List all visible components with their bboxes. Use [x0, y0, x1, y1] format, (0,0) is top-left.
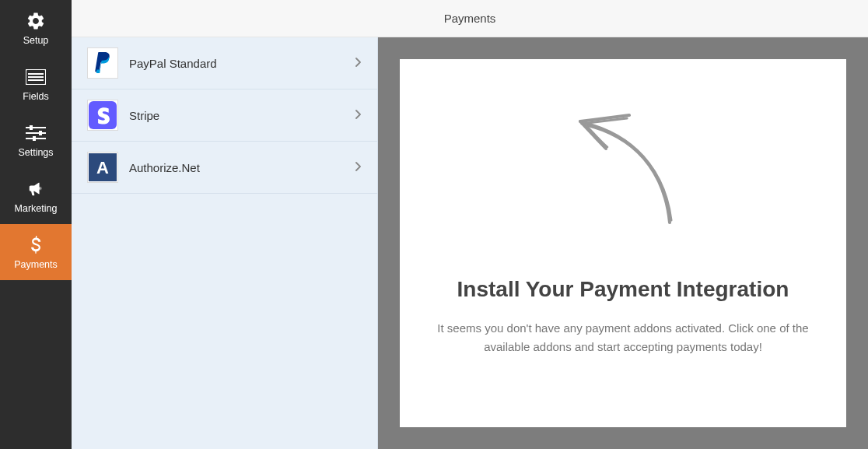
svg-rect-4	[26, 127, 46, 128]
empty-state-title: Install Your Payment Integration	[457, 277, 789, 302]
sidebar-item-label: Payments	[14, 259, 58, 270]
provider-item-authorize[interactable]: A Authorize.Net	[72, 142, 377, 194]
provider-name: PayPal Standard	[129, 57, 355, 70]
gear-icon	[26, 10, 46, 32]
page-header: Payments	[72, 0, 868, 37]
sidebar-item-setup[interactable]: Setup	[0, 0, 72, 56]
chevron-right-icon	[355, 108, 362, 122]
content: PayPal Standard Stripe A Authorize.Net	[72, 37, 868, 449]
sidebar-item-payments[interactable]: Payments	[0, 224, 72, 280]
provider-item-paypal[interactable]: PayPal Standard	[72, 37, 377, 89]
empty-state-card: Install Your Payment Integration It seem…	[400, 59, 846, 427]
sidebar-item-label: Marketing	[15, 203, 58, 214]
svg-rect-8	[39, 131, 42, 135]
paypal-logo	[87, 47, 118, 79]
list-icon	[26, 66, 46, 88]
svg-rect-9	[33, 136, 36, 141]
main: Payments PayPal Standard Stripe	[72, 0, 868, 449]
provider-item-stripe[interactable]: Stripe	[72, 89, 377, 142]
arrow-illustration-icon	[561, 98, 685, 230]
sliders-icon	[26, 122, 46, 144]
chevron-right-icon	[355, 160, 362, 174]
chevron-right-icon	[355, 56, 362, 70]
svg-text:A: A	[96, 158, 109, 177]
preview-panel: Install Your Payment Integration It seem…	[378, 37, 868, 449]
sidebar-item-settings[interactable]: Settings	[0, 112, 72, 168]
sidebar-item-marketing[interactable]: Marketing	[0, 168, 72, 224]
stripe-logo	[87, 100, 118, 131]
dollar-icon	[29, 234, 43, 256]
page-title: Payments	[444, 12, 496, 25]
bullhorn-icon	[26, 178, 46, 200]
sidebar-item-label: Fields	[23, 91, 48, 102]
sidebar-item-label: Setup	[23, 35, 49, 46]
authorize-logo: A	[87, 152, 118, 183]
provider-name: Authorize.Net	[129, 161, 355, 174]
sidebar: Setup Fields Settings Marketing Payments	[0, 0, 72, 449]
provider-name: Stripe	[129, 109, 355, 122]
svg-rect-5	[26, 132, 46, 134]
sidebar-item-fields[interactable]: Fields	[0, 56, 72, 112]
svg-rect-7	[30, 125, 33, 130]
sidebar-item-label: Settings	[18, 147, 53, 158]
providers-panel: PayPal Standard Stripe A Authorize.Net	[72, 37, 378, 449]
empty-state-description: It seems you don't have any payment addo…	[425, 319, 821, 356]
